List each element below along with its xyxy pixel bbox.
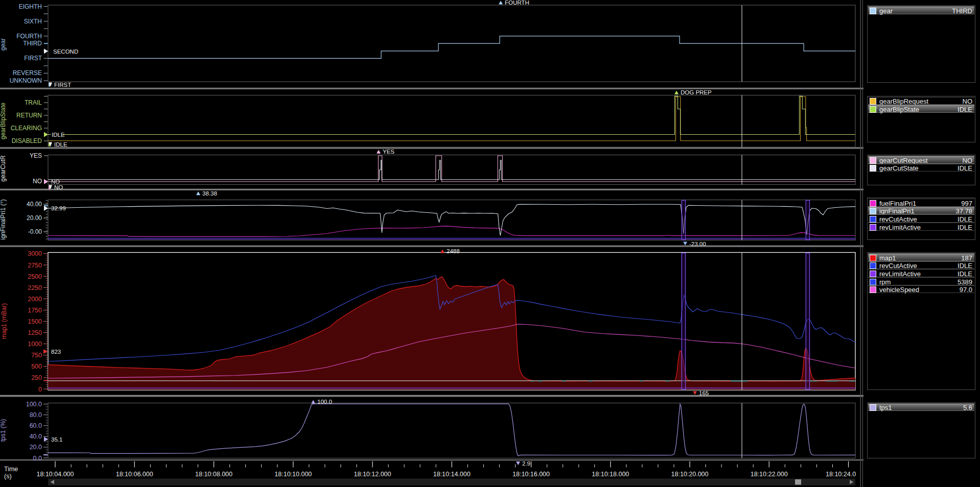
svg-text:CLEARING: CLEARING [11,125,42,132]
svg-text:60.0: 60.0 [30,422,42,429]
svg-text:500: 500 [31,363,42,370]
svg-text:2250: 2250 [28,284,42,291]
svg-text:165: 165 [699,390,709,396]
svg-text:100.0: 100.0 [317,399,332,405]
svg-text:NO: NO [51,179,60,185]
svg-text:18:10:12.000: 18:10:12.000 [354,471,391,478]
svg-text:ignFinalPri1 (°): ignFinalPri1 (°) [0,199,7,240]
svg-text:DOG PREP: DOG PREP [681,89,712,95]
svg-text:-0.00: -0.00 [28,228,42,235]
svg-text:18:10:18.000: 18:10:18.000 [592,471,629,478]
svg-text:32.99: 32.99 [51,205,66,211]
svg-text:40.00: 40.00 [27,201,42,208]
svg-text:TRAIL: TRAIL [25,99,42,106]
svg-text:RETURN: RETURN [16,112,42,119]
svg-text:(s): (s) [4,473,12,480]
svg-text:18:10:16.000: 18:10:16.000 [512,471,550,478]
svg-text:FOURTH: FOURTH [16,33,42,40]
svg-text:THIRD: THIRD [23,40,42,47]
svg-text:gear: gear [0,38,7,51]
svg-text:-23.00: -23.00 [689,241,706,247]
svg-text:2488: 2488 [447,248,460,254]
svg-text:35.1: 35.1 [51,436,62,443]
svg-text:SIXTH: SIXTH [24,18,42,25]
svg-text:40.0: 40.0 [30,433,42,440]
svg-text:Time: Time [4,466,18,473]
svg-text:3000: 3000 [28,250,42,257]
svg-text:1750: 1750 [28,307,42,314]
svg-text:EIGHTH: EIGHTH [19,3,42,10]
svg-text:YES: YES [383,149,394,155]
svg-text:SECOND: SECOND [53,48,78,55]
svg-text:18:10:08.000: 18:10:08.000 [195,471,232,478]
svg-text:UNKNOWN: UNKNOWN [10,77,42,84]
svg-text:18:10:20.000: 18:10:20.000 [671,471,709,478]
svg-text:250: 250 [31,374,42,381]
svg-text:YES: YES [30,152,42,159]
svg-text:NO: NO [33,178,42,185]
svg-text:18:10:22.000: 18:10:22.000 [751,471,788,478]
svg-text:80.0: 80.0 [30,411,42,419]
svg-text:100.0: 100.0 [26,401,42,408]
svg-text:2750: 2750 [28,262,42,269]
svg-text:gearCutR: gearCutR [0,155,7,182]
svg-text:FIRST: FIRST [54,82,71,88]
svg-text:1500: 1500 [28,318,42,325]
svg-text:1000: 1000 [28,340,42,348]
svg-text:map1 (mBar): map1 (mBar) [1,303,8,339]
svg-text:FIRST: FIRST [24,55,42,62]
svg-text:IDLE: IDLE [52,132,65,138]
svg-text:gearBlipState: gearBlipState [0,103,7,139]
svg-text:18:10:10.000: 18:10:10.000 [274,471,312,478]
svg-text:18:10:06.000: 18:10:06.000 [116,471,153,478]
svg-text:20.0: 20.0 [30,444,42,451]
svg-text:IDLE: IDLE [54,141,67,148]
svg-text:0.0: 0.0 [33,455,42,462]
svg-text:18:10:14.000: 18:10:14.000 [433,471,471,478]
svg-text:20.00: 20.00 [27,214,42,222]
svg-text:DISABLED: DISABLED [12,137,42,144]
svg-text:1250: 1250 [28,329,42,336]
svg-text:2000: 2000 [28,296,42,303]
svg-text:FOURTH: FOURTH [505,0,529,6]
svg-text:823: 823 [51,349,61,355]
svg-text:tps1 (%): tps1 (%) [0,419,7,442]
svg-text:NO: NO [54,184,63,190]
svg-text:18:10:04.000: 18:10:04.000 [37,471,74,478]
svg-text:2500: 2500 [28,273,42,280]
svg-text:750: 750 [31,352,42,359]
svg-text:REVERSE: REVERSE [13,69,42,77]
svg-text:38.38: 38.38 [202,190,217,197]
svg-text:2.9: 2.9 [522,460,530,467]
svg-text:18:10:24.0: 18:10:24.0 [826,471,856,478]
svg-text:0: 0 [38,386,42,393]
